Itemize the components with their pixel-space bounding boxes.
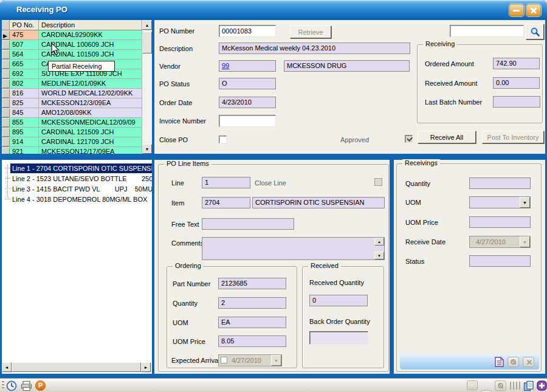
- row-selector[interactable]: [2, 60, 10, 69]
- po-status-field[interactable]: O: [219, 78, 276, 89]
- tree-item[interactable]: Line 2 - 1523 ULTANE/SEVO BOTTLE 250: [2, 173, 152, 184]
- table-row[interactable]: 507CARDINAL 100609 JCH: [2, 40, 142, 50]
- item-description-field[interactable]: CORTISPORIN OTIC SUSPENSIAN: [252, 197, 385, 208]
- table-row[interactable]: 802MEDLINE12/01/09KK: [2, 79, 142, 89]
- table-row[interactable]: 564CARDINAL 101509 JCH: [2, 50, 142, 60]
- cell-description[interactable]: CARDINAL 121709 JCH: [39, 137, 142, 147]
- last-batch-number-field[interactable]: [493, 96, 540, 108]
- row-selector[interactable]: [2, 98, 10, 108]
- scroll-thumb[interactable]: [142, 32, 152, 53]
- scroll-right-button[interactable]: ►: [141, 362, 151, 372]
- table-row[interactable]: 825MCKESSON12/3/09EA: [2, 98, 142, 108]
- search-input[interactable]: [450, 25, 524, 37]
- delete-receiving-button[interactable]: [523, 357, 534, 367]
- row-selector[interactable]: ▶: [2, 30, 10, 40]
- row-selector[interactable]: [2, 69, 10, 79]
- row-selector[interactable]: [2, 89, 10, 98]
- cell-description[interactable]: MCKESSON12/3/09EA: [39, 98, 142, 108]
- printer-icon[interactable]: [21, 380, 32, 391]
- invoice-number-input[interactable]: [219, 115, 276, 127]
- title-bar[interactable]: Receiving PO: [0, 0, 547, 19]
- comments-scroll-up-button[interactable]: ▲: [374, 238, 384, 246]
- received-quantity-field[interactable]: 0: [309, 295, 368, 306]
- description-field[interactable]: McKesson Medical weekly 04.23.2010: [219, 43, 410, 54]
- close-line-checkbox[interactable]: [374, 178, 382, 186]
- table-row[interactable]: 855MCKESSONMEDICAL12/09/09: [2, 118, 142, 128]
- dropdown-arrow-icon[interactable]: ▼: [520, 197, 530, 208]
- close-button[interactable]: [526, 4, 541, 16]
- cell-po-no[interactable]: 564: [10, 50, 39, 60]
- table-row[interactable]: 921MCKESSON12/17/09EA: [2, 147, 142, 154]
- vendor-name-field[interactable]: MCKESSON DRUG: [284, 60, 410, 72]
- tree-item[interactable]: Line 3 - 1415 BACIT PWD VL UPJ 50MU: [2, 184, 152, 194]
- cell-description[interactable]: MCKESSON12/17/09EA: [39, 147, 142, 154]
- uom-price-field[interactable]: 8.05: [218, 335, 286, 347]
- expected-arrival-checkbox[interactable]: [221, 357, 227, 363]
- tree-horizontal-scrollbar[interactable]: ◄ ►: [2, 362, 151, 372]
- expected-arrival-datepicker[interactable]: 4/27/2010 ▼: [218, 354, 282, 366]
- resize-grip[interactable]: [2, 381, 4, 390]
- row-selector[interactable]: [2, 108, 10, 118]
- retrieve-button[interactable]: Retrieve: [290, 26, 331, 38]
- quantity-field[interactable]: 2: [218, 297, 286, 309]
- dropdown-arrow-icon[interactable]: ▼: [271, 355, 281, 366]
- clock-icon[interactable]: [6, 380, 17, 391]
- comments-scroll-down-button[interactable]: ▼: [374, 252, 384, 260]
- p-badge-icon[interactable]: P: [35, 380, 46, 391]
- back-order-quantity-field[interactable]: [309, 331, 368, 345]
- cell-po-no[interactable]: 921: [10, 147, 39, 154]
- search-button[interactable]: [526, 24, 544, 40]
- approved-checkbox[interactable]: [405, 135, 413, 143]
- cell-description[interactable]: CARDINAL92909KK: [39, 30, 142, 40]
- receiving-uom-price-field[interactable]: [469, 216, 531, 228]
- part-number-field[interactable]: 2123685: [218, 278, 286, 289]
- row-selector[interactable]: [2, 79, 10, 89]
- cell-description[interactable]: WORLD MEDICAL12/02/09KK: [39, 89, 142, 98]
- minimize-button[interactable]: [509, 4, 524, 16]
- cell-po-no[interactable]: 845: [10, 108, 39, 118]
- no-circle-button[interactable]: [495, 380, 506, 391]
- receiving-status-field[interactable]: [469, 255, 531, 267]
- uom-field[interactable]: EA: [218, 317, 286, 328]
- comments-field[interactable]: ▲ ▼: [202, 237, 385, 260]
- cell-po-no[interactable]: 895: [10, 128, 39, 137]
- tree-item[interactable]: Line 4 - 3018 DEPOMEDROL 80MG/ML BOX: [2, 194, 152, 204]
- cell-description[interactable]: MCKESSONMEDICAL12/09/09: [39, 118, 142, 128]
- vendor-code-link[interactable]: 99: [222, 62, 229, 69]
- table-row[interactable]: 845AMO12/08/09KK: [2, 108, 142, 118]
- cell-po-no[interactable]: 692: [10, 69, 39, 79]
- received-amount-field[interactable]: 0.00: [493, 77, 540, 89]
- po-number-input[interactable]: [219, 25, 276, 37]
- vendor-code-field[interactable]: 99: [219, 60, 276, 72]
- scroll-up-button[interactable]: ▲: [142, 20, 152, 30]
- ordered-amount-field[interactable]: 742.90: [493, 58, 540, 69]
- row-selector[interactable]: [2, 128, 10, 137]
- cell-po-no[interactable]: 475: [10, 30, 39, 40]
- item-number-field[interactable]: 2704: [202, 197, 250, 208]
- cell-po-no[interactable]: 507: [10, 40, 39, 50]
- cell-po-no[interactable]: 816: [10, 89, 39, 98]
- order-date-field[interactable]: 4/23/2010: [219, 97, 276, 108]
- purple-plus-icon[interactable]: [537, 380, 547, 391]
- grid-vertical-scrollbar[interactable]: ▲ ▼: [142, 20, 152, 154]
- table-row[interactable]: 914CARDINAL 121709 JCH: [2, 137, 142, 147]
- close-po-checkbox[interactable]: [219, 136, 227, 143]
- receive-date-datepicker[interactable]: 4/27/2010 ▼: [469, 236, 531, 248]
- scroll-left-button[interactable]: ◄: [2, 362, 12, 372]
- cell-description[interactable]: AMO12/08/09KK: [39, 108, 142, 118]
- dropdown-arrow-icon[interactable]: ▼: [520, 236, 530, 247]
- info-icon[interactable]: i: [467, 380, 478, 390]
- table-row[interactable]: 895CARDINAL 121509 JCH: [2, 128, 142, 137]
- free-text-field[interactable]: [202, 218, 294, 230]
- row-selector[interactable]: [2, 40, 10, 50]
- table-row[interactable]: 816WORLD MEDICAL12/02/09KK: [2, 89, 142, 98]
- scroll-down-button[interactable]: ▼: [142, 144, 152, 154]
- line-field[interactable]: 1: [202, 177, 250, 188]
- column-header-po-no[interactable]: PO No.: [10, 20, 39, 30]
- cell-description[interactable]: MEDLINE12/01/09KK: [39, 79, 142, 89]
- column-header-description[interactable]: Description: [39, 20, 142, 30]
- table-row[interactable]: ▶475CARDINAL92909KK: [2, 30, 142, 40]
- row-selector[interactable]: [2, 137, 10, 147]
- receiving-quantity-field[interactable]: [469, 177, 531, 189]
- cell-po-no[interactable]: 855: [10, 118, 39, 128]
